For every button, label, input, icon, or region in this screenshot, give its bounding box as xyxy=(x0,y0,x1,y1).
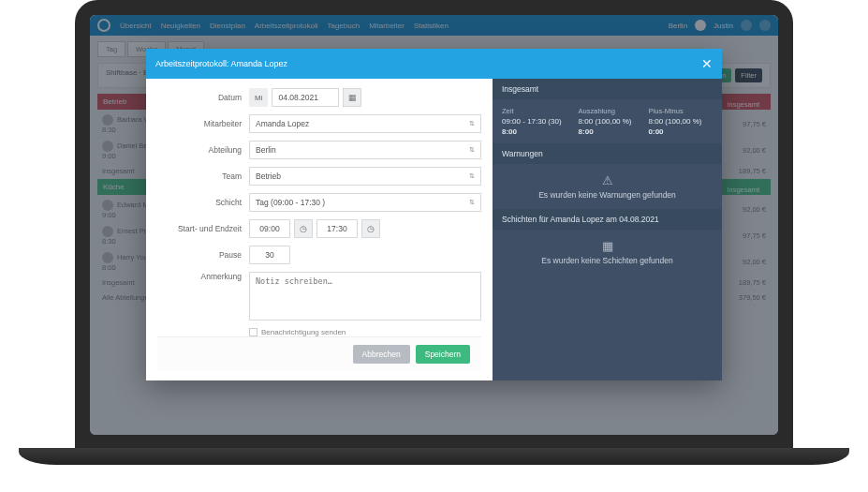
start-time-input[interactable] xyxy=(249,219,290,238)
timesheet-modal: Arbeitszeitprotokoll: Amanda Lopez ✕ Dat… xyxy=(146,49,722,380)
label-date: Datum xyxy=(157,93,242,102)
label-shift: Schicht xyxy=(157,198,242,207)
screen: Übersicht Neuigkeiten Dienstplan Arbeits… xyxy=(90,15,778,435)
department-select[interactable]: Berlin xyxy=(249,141,481,159)
laptop-base xyxy=(19,448,849,465)
clock-icon[interactable]: ◷ xyxy=(361,219,380,238)
clock-icon[interactable]: ◷ xyxy=(294,219,313,238)
modal-title: Arbeitszeitprotokoll: Amanda Lopez xyxy=(155,59,287,68)
date-input[interactable] xyxy=(272,88,339,107)
end-time-input[interactable] xyxy=(316,219,358,238)
shifts-empty: ▦ Es wurden keine Schichten gefunden xyxy=(493,230,722,275)
label-employee: Mitarbeiter xyxy=(157,119,242,128)
label-pause: Pause xyxy=(157,250,242,260)
shifts-header: Schichten für Amanda Lopez am 04.08.2021 xyxy=(493,209,722,230)
calendar-icon[interactable]: ▦ xyxy=(343,88,361,107)
modal-form: Datum Mi ▦ Mitarbeiter Amanda Lopez Abte… xyxy=(146,79,493,380)
label-note: Anmerkung xyxy=(157,272,242,281)
label-team: Team xyxy=(157,171,242,181)
summary-stats: Zeit09:00 - 17:30 (30)8:00 Auszahlung8:0… xyxy=(502,107,713,136)
label-department: Abteilung xyxy=(157,145,242,155)
pause-input[interactable] xyxy=(249,246,290,264)
close-icon[interactable]: ✕ xyxy=(701,56,713,71)
warning-icon: ⚠ xyxy=(493,173,722,187)
modal-summary: Insgesamt Zeit09:00 - 17:30 (30)8:00 Aus… xyxy=(493,79,722,380)
modal-header: Arbeitszeitprotokoll: Amanda Lopez ✕ xyxy=(146,49,722,79)
checkbox-icon xyxy=(249,328,257,336)
team-select[interactable]: Betrieb xyxy=(249,167,481,186)
save-button[interactable]: Speichern xyxy=(416,345,470,364)
modal-footer: Abbrechen Speichern xyxy=(157,336,481,371)
laptop-frame: Übersicht Neuigkeiten Dienstplan Arbeits… xyxy=(75,0,793,450)
calendar-icon: ▦ xyxy=(493,239,722,253)
summary-total-header: Insgesamt xyxy=(493,79,722,99)
day-chip: Mi xyxy=(249,88,268,107)
warnings-empty: ⚠ Es wurden keine Warnungen gefunden xyxy=(493,164,722,209)
employee-select[interactable]: Amanda Lopez xyxy=(249,114,481,133)
cancel-button[interactable]: Abbrechen xyxy=(353,345,410,364)
notify-label: Benachrichtigung senden xyxy=(261,328,346,336)
warnings-header: Warnungen xyxy=(493,143,722,164)
note-textarea[interactable] xyxy=(249,272,481,321)
shift-select[interactable]: Tag (09:00 - 17:30 ) xyxy=(249,193,481,212)
label-startend: Start- und Endzeit xyxy=(157,224,242,233)
notify-checkbox[interactable]: Benachrichtigung senden xyxy=(249,328,481,336)
